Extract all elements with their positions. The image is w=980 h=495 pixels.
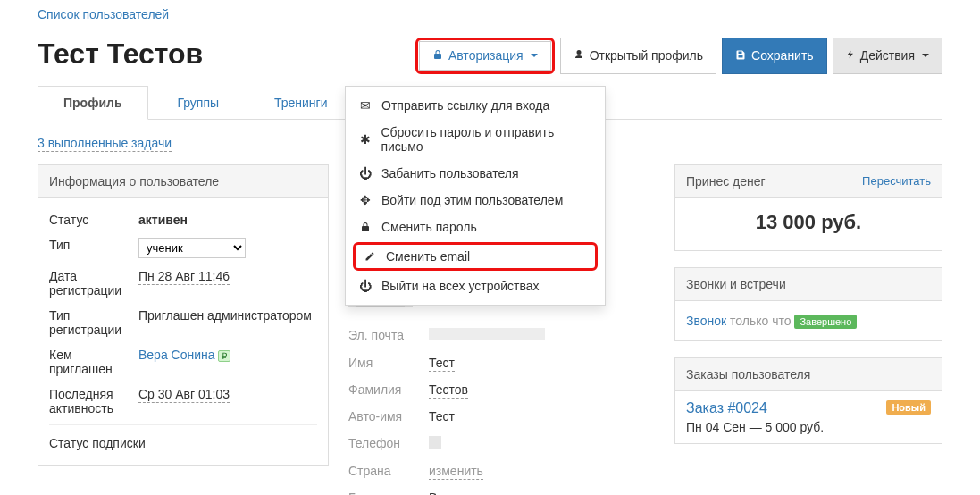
calls-panel-title: Звонки и встречи [675,268,942,301]
asterisk-icon: ✱ [358,132,372,147]
order-link[interactable]: Заказ #0024 [686,400,767,415]
call-time: только что [730,314,792,328]
email-label: Эл. почта [348,328,429,342]
last-activity-value: Ср 30 Авг 01:03 [138,387,230,403]
status-label: Статус [49,213,138,227]
auth-dropdown-menu: ✉ Отправить ссылку для входа ✱ Сбросить … [345,86,606,306]
status-value: активен [138,213,317,227]
dropdown-send-login-link[interactable]: ✉ Отправить ссылку для входа [346,92,605,119]
open-profile-label: Открытый профиль [590,48,703,63]
actions-dropdown-button[interactable]: Действия [833,38,942,74]
last-activity-label: Последняя активность [49,387,138,415]
save-button[interactable]: Сохранить [722,38,827,74]
money-panel-title: Принес денег [686,174,766,189]
reg-date-value: Пн 28 Авг 11:46 [138,269,230,285]
bolt-icon [846,48,855,63]
invited-by-link[interactable]: Вера Сонина [138,348,215,362]
city-label: Город [348,491,429,495]
money-panel: Принес денег Пересчитать 13 000 руб. [674,164,942,251]
subscription-status-label: Статус подписки [49,436,146,450]
user-info-heading: Информация о пользователе [38,165,328,198]
country-change-link[interactable]: изменить [429,464,483,480]
auto-name-label: Авто-имя [348,409,429,424]
edit-icon [363,251,377,262]
first-name-label: Имя [348,356,429,370]
invited-by-label: Кем приглашен [49,348,138,376]
user-icon [574,48,584,63]
open-profile-button[interactable]: Открытый профиль [560,38,716,74]
actions-label: Действия [860,48,915,63]
reg-type-label: Тип регистрации [49,308,138,337]
dropdown-change-email[interactable]: Сменить email [356,245,595,268]
reg-type-value: Приглашен администратором [138,308,317,337]
caret-down-icon [531,54,538,57]
power-icon: ⏻ [358,279,373,293]
dropdown-login-as-user[interactable]: ✥ Войти под этим пользователем [346,187,605,214]
orders-panel: Заказы пользователя Заказ #0024 Пн 04 Се… [674,357,942,444]
country-label: Страна [348,464,429,478]
dropdown-change-password[interactable]: Сменить пароль [346,214,605,240]
tab-profile[interactable]: Профиль [38,86,148,120]
type-label: Тип [49,238,138,258]
save-icon [735,48,746,63]
recalculate-link[interactable]: Пересчитать [862,174,931,188]
user-info-panel: Информация о пользователе Статус активен… [38,164,329,466]
envelope-icon: ✉ [358,98,373,113]
phone-label: Телефон [348,436,429,450]
user-type-select[interactable]: ученик [138,238,246,258]
auto-name-value: Тест [429,409,455,424]
dropdown-reset-password[interactable]: ✱ Сбросить пароль и отправить письмо [346,119,605,160]
city-value[interactable]: Владивосток [429,491,504,495]
save-label: Сохранить [751,48,814,63]
money-amount: 13 000 руб. [675,198,942,250]
dropdown-logout-all-devices[interactable]: ⏻ Выйти на всех устройствах [346,273,605,299]
call-link[interactable]: Звонок [686,314,726,328]
completed-tasks-link[interactable]: 3 выполненные задачи [38,136,172,152]
orders-panel-title: Заказы пользователя [675,358,942,391]
caret-down-icon [922,54,929,57]
order-new-badge: Новый [886,400,931,415]
page-title: Тест Тестов [38,38,415,71]
auth-dropdown-label: Авторизация [448,48,524,63]
first-name-value[interactable]: Тест [429,356,455,372]
lock-icon [432,48,443,63]
auth-dropdown-button[interactable]: Авторизация [419,41,551,71]
order-subtitle: Пн 04 Сен — 5 000 руб. [686,420,824,434]
last-name-label: Фамилия [348,382,429,397]
dropdown-ban-user[interactable]: ⏻ Забанить пользователя [346,160,605,187]
breadcrumb-users-link[interactable]: Список пользователей [38,7,169,21]
tab-groups[interactable]: Группы [151,86,245,120]
money-badge-icon: ₽ [218,350,230,362]
email-value-redacted [429,328,545,340]
move-icon: ✥ [358,193,373,207]
tab-trainings[interactable]: Тренинги [248,86,354,120]
reg-date-label: Дата регистрации [49,269,138,298]
auth-button-highlight: Авторизация [415,38,555,74]
power-icon: ⏻ [358,166,373,180]
lock-icon [358,222,373,232]
calls-panel: Звонки и встречи Звонок только что Завер… [674,267,942,341]
dropdown-change-email-highlight: Сменить email [353,242,598,271]
phone-value-redacted [429,436,441,449]
call-status-badge: Завершено [794,315,857,329]
last-name-value[interactable]: Тестов [429,382,468,399]
